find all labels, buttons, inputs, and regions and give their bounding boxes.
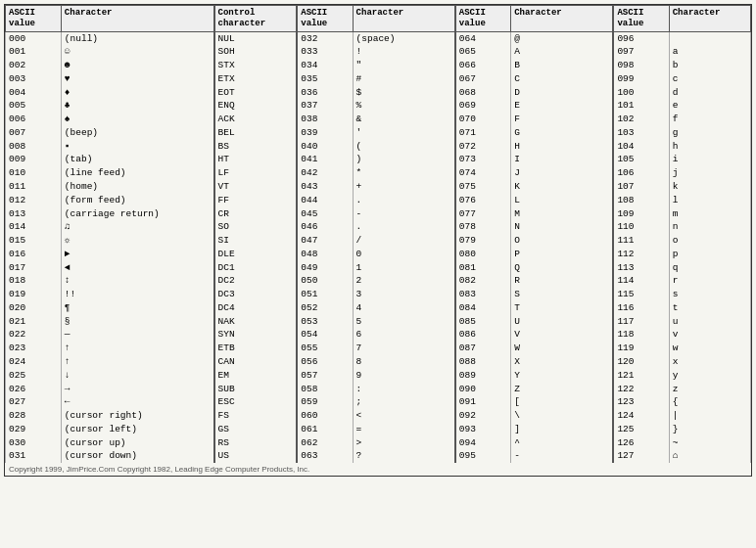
char-col-3: O	[511, 234, 614, 248]
table-row: 018	[6, 274, 62, 288]
ascii-val-4: 123	[613, 395, 669, 409]
ascii-val-2: 035	[297, 72, 353, 86]
char-col-3: M	[511, 207, 614, 221]
char-col-2: &	[353, 113, 455, 126]
ascii-val-4: 104	[613, 140, 669, 154]
ascii-val-4: 121	[613, 369, 669, 383]
char-col-4: s	[669, 288, 750, 301]
char-col-1: (tab)	[61, 153, 213, 166]
char-col-3: C	[511, 72, 614, 86]
ascii-val-2: 055	[297, 342, 353, 355]
table-row: 012	[6, 194, 62, 207]
table-row: 029	[6, 423, 62, 436]
char-col-4: ⌂	[669, 449, 750, 463]
ascii-val-2: 044	[297, 194, 353, 207]
char-col-4: n	[669, 220, 750, 234]
ctrl-col: NAK	[214, 315, 298, 329]
table-row: 016	[6, 248, 62, 261]
char-col-3: @	[511, 31, 614, 45]
header-ascii-val-1: ASCIIvalue	[6, 6, 62, 32]
ctrl-col: SO	[214, 220, 298, 234]
char-col-2: -	[353, 207, 455, 221]
table-row: 008	[6, 140, 62, 154]
ctrl-col: ETB	[214, 342, 298, 355]
ascii-val-2: 062	[297, 436, 353, 450]
table-row: 024	[6, 355, 62, 369]
char-col-1: (home)	[61, 180, 213, 194]
table-row: 025	[6, 369, 62, 383]
char-col-4: z	[669, 383, 750, 396]
ascii-val-2: 060	[297, 409, 353, 423]
ctrl-col: DC1	[214, 261, 298, 275]
ascii-val-2: 041	[297, 153, 353, 166]
char-col-4: x	[669, 355, 750, 369]
table-row: 023	[6, 342, 62, 355]
header-char-1: Character	[61, 6, 213, 32]
char-col-2: /	[353, 234, 455, 248]
ascii-val-3: 069	[455, 99, 511, 113]
ascii-val-4: 122	[613, 383, 669, 396]
ascii-val-4: 108	[613, 194, 669, 207]
char-col-3: Z	[511, 383, 614, 396]
table-row: 026	[6, 383, 62, 396]
ctrl-col: US	[214, 449, 298, 463]
ascii-val-4: 125	[613, 423, 669, 436]
char-col-2: ?	[353, 449, 455, 463]
ascii-val-4: 113	[613, 261, 669, 275]
ascii-val-4: 099	[613, 72, 669, 86]
ctrl-col: SUB	[214, 383, 298, 396]
ascii-val-4: 112	[613, 248, 669, 261]
ascii-val-3: 064	[455, 31, 511, 45]
char-col-1: ↓	[61, 369, 213, 383]
table-row: 019	[6, 288, 62, 301]
ascii-val-2: 046	[297, 220, 353, 234]
char-col-2: *	[353, 166, 455, 180]
ascii-val-2: 050	[297, 274, 353, 288]
ascii-val-3: 073	[455, 153, 511, 166]
char-col-4: f	[669, 113, 750, 126]
char-col-2: )	[353, 153, 455, 166]
footer-text: Copyright 1999, JimPrice.Com Copyright 1…	[5, 463, 751, 476]
ctrl-col: FS	[214, 409, 298, 423]
ascii-val-2: 036	[297, 86, 353, 100]
char-col-2: 7	[353, 342, 455, 355]
ascii-val-2: 063	[297, 449, 353, 463]
char-col-3: B	[511, 59, 614, 72]
char-col-3: L	[511, 194, 614, 207]
char-col-4: a	[669, 45, 750, 59]
ascii-val-2: 048	[297, 248, 353, 261]
ascii-val-4: 105	[613, 153, 669, 166]
ascii-val-4: 119	[613, 342, 669, 355]
char-col-2: $	[353, 86, 455, 100]
ctrl-col: GS	[214, 423, 298, 436]
ascii-val-2: 040	[297, 140, 353, 154]
char-col-1: ¶	[61, 301, 213, 315]
ctrl-col: DLE	[214, 248, 298, 261]
char-col-4: j	[669, 166, 750, 180]
ascii-val-2: 042	[297, 166, 353, 180]
header-ctrl: Controlcharacter	[214, 6, 298, 32]
char-col-2: 5	[353, 315, 455, 329]
ascii-val-3: 086	[455, 328, 511, 342]
table-row: 031	[6, 449, 62, 463]
char-col-1: !!	[61, 288, 213, 301]
char-col-1: (carriage return)	[61, 207, 213, 221]
char-col-1: (cursor left)	[61, 423, 213, 436]
char-col-1: ☻	[61, 59, 213, 72]
ascii-val-3: 071	[455, 126, 511, 140]
table-row: 011	[6, 180, 62, 194]
char-col-1: ♠	[61, 113, 213, 126]
char-col-3: H	[511, 140, 614, 154]
table-row: 004	[6, 86, 62, 100]
char-col-1: ♣	[61, 99, 213, 113]
char-col-1: (form feed)	[61, 194, 213, 207]
ascii-val-4: 116	[613, 301, 669, 315]
ascii-val-2: 057	[297, 369, 353, 383]
ascii-val-3: 083	[455, 288, 511, 301]
ctrl-col: SOH	[214, 45, 298, 59]
table-row: 030	[6, 436, 62, 450]
table-row: 015	[6, 234, 62, 248]
char-col-3: J	[511, 166, 614, 180]
ctrl-col: BS	[214, 140, 298, 154]
char-col-2: (	[353, 140, 455, 154]
